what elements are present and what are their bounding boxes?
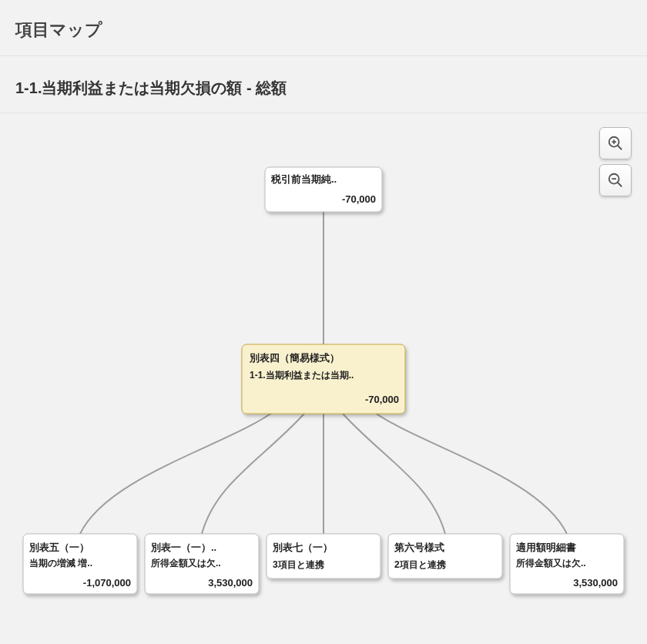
section-header: 1-1.当期利益または当期欠損の額 - 総額 <box>0 56 647 113</box>
zoom-out-button[interactable] <box>599 164 632 196</box>
edge-center-c2 <box>202 414 304 534</box>
node-center-value: -70,000 <box>365 394 399 405</box>
zoom-controls <box>599 127 632 196</box>
svg-rect-11 <box>267 534 380 579</box>
diagram-canvas[interactable]: 税引前当期純.. -70,000 別表四（簡易様式） 1-1.当期利益または当期… <box>0 113 647 614</box>
edge-center-c1 <box>80 409 277 534</box>
node-c1-line2: 当期の増減 増.. <box>29 558 92 569</box>
edge-center-c4 <box>343 414 445 534</box>
node-child-3[interactable]: 別表七（一） 3項目と連携 <box>267 534 380 579</box>
diagram-area: 税引前当期純.. -70,000 別表四（簡易様式） 1-1.当期利益または当期… <box>0 113 647 614</box>
node-center-line2: 1-1.当期利益または当期.. <box>250 370 354 381</box>
node-c4-line1: 第六号様式 <box>394 542 444 553</box>
svg-line-1 <box>618 146 622 150</box>
zoom-out-icon <box>607 172 624 189</box>
node-child-5[interactable]: 適用額明細書 所得金額又は欠.. 3,530,000 <box>510 534 624 594</box>
node-c5-line1: 適用額明細書 <box>515 542 576 553</box>
zoom-in-button[interactable] <box>599 127 632 159</box>
node-root-value: -70,000 <box>342 193 376 205</box>
section-title: 1-1.当期利益または当期欠損の額 - 総額 <box>15 78 632 99</box>
node-c2-line1: 別表一（一）.. <box>150 542 216 553</box>
node-c4-line2: 2項目と連携 <box>394 559 446 570</box>
svg-line-5 <box>618 183 622 187</box>
page-title: 項目マップ <box>15 18 632 42</box>
node-c5-value: 3,530,000 <box>573 577 618 589</box>
node-root-line1: 税引前当期純.. <box>270 173 337 185</box>
node-child-2[interactable]: 別表一（一）.. 所得金額又は欠.. 3,530,000 <box>145 534 259 594</box>
node-c3-line2: 3項目と連携 <box>273 559 324 570</box>
node-c1-value: -1,070,000 <box>83 577 131 589</box>
node-c2-value: 3,530,000 <box>208 577 253 589</box>
edge-center-c5 <box>370 409 567 534</box>
node-child-1[interactable]: 別表五（一） 当期の増減 増.. -1,070,000 <box>23 534 137 594</box>
node-c2-line2: 所得金額又は欠.. <box>150 558 221 569</box>
node-center[interactable]: 別表四（簡易様式） 1-1.当期利益または当期.. -70,000 <box>242 344 405 414</box>
node-c5-line2: 所得金額又は欠.. <box>515 558 586 569</box>
node-c1-line1: 別表五（一） <box>28 542 89 553</box>
node-child-4[interactable]: 第六号様式 2項目と連携 <box>388 534 502 579</box>
node-c3-line1: 別表七（一） <box>272 542 333 553</box>
page-header: 項目マップ <box>0 0 647 56</box>
node-root[interactable]: 税引前当期純.. -70,000 <box>265 167 382 212</box>
zoom-in-icon <box>607 135 624 152</box>
svg-rect-12 <box>388 534 502 579</box>
node-center-line1: 別表四（簡易様式） <box>249 352 340 364</box>
